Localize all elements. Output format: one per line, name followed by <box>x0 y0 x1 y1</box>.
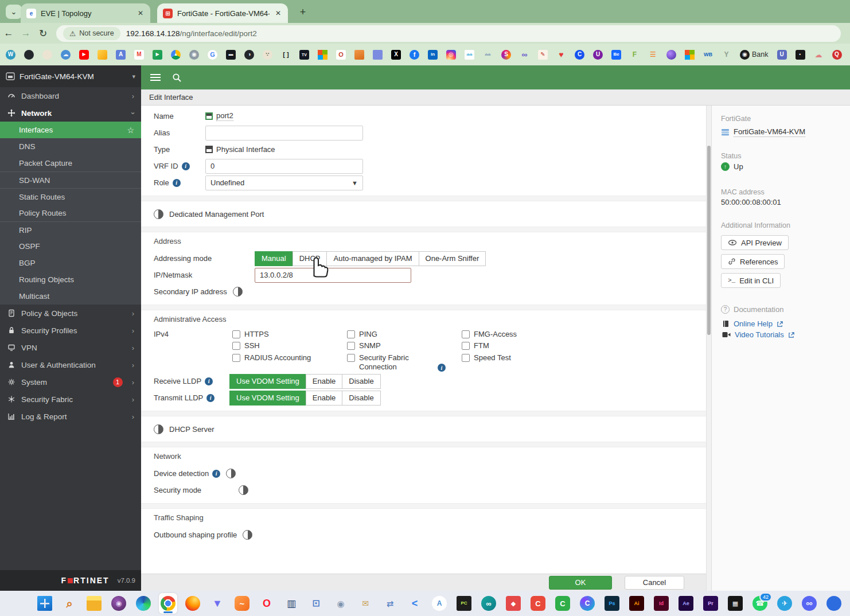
snmp-checkbox[interactable]: SNMP <box>347 341 462 350</box>
sidebar-item-dashboard[interactable]: Dashboard › <box>0 87 141 104</box>
bank-bookmark-icon[interactable]: ◉ Bank <box>740 50 769 60</box>
addressing-dhcp-button[interactable]: DHCP <box>293 251 327 266</box>
coinbase-icon[interactable]: C <box>575 50 584 60</box>
dedicated-mgmt-toggle[interactable] <box>154 209 163 219</box>
https-checkbox[interactable]: HTTPS <box>232 330 347 339</box>
sidebar-item-policy-objects[interactable]: Policy & Objects › <box>0 305 141 322</box>
favorite-star-icon[interactable]: ☆ <box>127 126 134 135</box>
cisco-small-icon[interactable]: ılıılı <box>483 50 493 60</box>
appstore-icon[interactable]: A <box>430 593 449 614</box>
checkbox[interactable] <box>232 330 240 338</box>
reload-icon[interactable]: ↻ <box>34 28 52 40</box>
secondary-ip-toggle[interactable] <box>233 287 243 297</box>
outbound-shaping-toggle[interactable] <box>243 530 252 540</box>
api-preview-button[interactable]: API Preview <box>721 235 789 250</box>
dhcp-server-toggle[interactable] <box>154 424 163 434</box>
sidebar-item-dns[interactable]: DNS ☆ <box>0 138 141 155</box>
infinity-icon[interactable]: ∞ <box>520 50 529 60</box>
device-selector[interactable]: FortiGate-VM64-KVM ▾ <box>0 65 141 87</box>
ssh-checkbox[interactable]: SSH <box>232 341 347 350</box>
sidebar-item-packet-capture[interactable]: Packet Capture ☆ <box>0 155 141 171</box>
speed-test-checkbox[interactable]: Speed Test <box>462 353 576 372</box>
packet-tool-icon[interactable]: ✉ <box>356 593 375 614</box>
canva-icon[interactable]: C <box>578 593 596 614</box>
arduino-icon[interactable]: ∞ <box>479 593 498 614</box>
swirl-icon[interactable]: S <box>501 50 511 60</box>
gmail-icon[interactable]: M <box>134 50 144 60</box>
after-effects-icon[interactable]: Ae <box>677 593 695 614</box>
sidebar-item-security-profiles[interactable]: Security Profiles › <box>0 322 141 339</box>
search-icon[interactable]: ⌕ <box>60 593 79 614</box>
telegram-icon[interactable]: ✈ <box>775 593 794 614</box>
tor-browser-icon[interactable]: ◉ <box>110 593 128 614</box>
heart-icon[interactable]: ♥ <box>556 50 566 60</box>
behance-icon[interactable]: Be <box>611 50 621 60</box>
obs-icon[interactable]: ▦ <box>726 593 744 614</box>
checkbox[interactable] <box>347 342 355 350</box>
google-drive-icon[interactable]: ▲ <box>171 50 181 60</box>
hamburger-menu-icon[interactable] <box>150 74 161 81</box>
wb-icon[interactable]: WB <box>703 50 713 60</box>
camtasia-green-icon[interactable]: C <box>553 593 572 614</box>
checkbox[interactable] <box>347 330 355 338</box>
facebook-icon[interactable]: f <box>410 50 419 60</box>
x-icon[interactable]: X <box>391 50 401 60</box>
wordpress-icon[interactable]: W <box>6 50 15 60</box>
instagram-icon[interactable]: ◎ <box>446 50 456 60</box>
quick-share-icon[interactable]: ◆ <box>504 593 523 614</box>
alias-input[interactable] <box>205 126 363 141</box>
device-link[interactable]: FortiGate-VM64-KVM <box>721 127 841 137</box>
file-explorer-icon[interactable] <box>85 593 103 614</box>
journal-icon[interactable]: ✎ <box>538 50 548 60</box>
addressing-manual-button[interactable]: Manual <box>255 251 293 266</box>
gns3-icon[interactable]: ◉ <box>332 593 350 614</box>
globe-dark-icon[interactable]: ◑ <box>244 50 254 60</box>
google-icon[interactable]: G <box>208 50 217 60</box>
opera-icon[interactable]: O <box>258 593 276 614</box>
cloud-app-icon[interactable]: ☁ <box>61 50 71 60</box>
receive-lldp-vdom-button[interactable]: Use VDOM Setting <box>229 374 306 389</box>
new-tab-button[interactable]: + <box>296 5 310 19</box>
security-mode-toggle[interactable] <box>239 485 248 495</box>
partial-app-icon[interactable] <box>825 593 843 614</box>
black-box-icon[interactable]: ▪ <box>796 50 805 60</box>
firefox-icon[interactable] <box>184 593 202 614</box>
cisco-icon[interactable]: ılıılı <box>465 50 474 60</box>
vrf-input[interactable] <box>205 159 363 174</box>
winscp-icon[interactable]: ⇄ <box>381 593 399 614</box>
sidebar-item-network[interactable]: Network › <box>0 104 141 122</box>
windows-start-icon[interactable] <box>36 593 54 614</box>
close-tab-icon[interactable]: ✕ <box>274 8 282 18</box>
u-circle-icon[interactable]: U <box>593 50 603 60</box>
translate-icon[interactable]: A <box>116 50 126 60</box>
tree-icon[interactable]: Υ <box>722 50 731 60</box>
u-badge-icon[interactable]: U <box>777 50 787 60</box>
microsoft2-icon[interactable] <box>685 50 695 60</box>
scrollbar-thumb[interactable] <box>707 146 711 335</box>
illustrator-icon[interactable]: Ai <box>627 593 646 614</box>
device-detection-toggle[interactable] <box>226 469 236 478</box>
checkbox[interactable] <box>232 342 240 350</box>
radius-accounting-checkbox[interactable]: RADIUS Accounting <box>232 353 347 372</box>
feather-icon[interactable] <box>98 50 107 60</box>
camtasia-red-icon[interactable]: C <box>529 593 547 614</box>
sidebar-item-rip[interactable]: RIP ☆ <box>0 221 141 238</box>
sidebar-item-system[interactable]: System 1 › <box>0 373 141 391</box>
addressing-sniffer-button[interactable]: One-Arm Sniffer <box>419 251 486 266</box>
edge-icon[interactable] <box>134 593 153 614</box>
video-tutorials-link[interactable]: Video Tutorials <box>722 330 841 339</box>
github-icon[interactable] <box>24 50 34 60</box>
youtube-icon[interactable]: ▶ <box>79 50 89 60</box>
sidebar-item-interfaces[interactable]: Interfaces ☆ <box>0 122 141 138</box>
v2ray-icon[interactable]: ▼ <box>208 593 227 614</box>
checkbox[interactable] <box>232 354 240 362</box>
receive-lldp-enable-button[interactable]: Enable <box>306 374 342 389</box>
ai-knot-icon[interactable]: ◉ <box>189 50 199 60</box>
ok-button[interactable]: OK <box>549 576 612 590</box>
q-pin-icon[interactable]: Q <box>832 50 842 60</box>
checkbox[interactable] <box>462 330 470 338</box>
sidebar-item-static-routes[interactable]: Static Routes ☆ <box>0 188 141 205</box>
premiere-icon[interactable]: Pr <box>701 593 720 614</box>
sidebar-item-policy-routes[interactable]: Policy Routes ☆ <box>0 205 141 221</box>
sphere-icon[interactable] <box>666 50 676 60</box>
